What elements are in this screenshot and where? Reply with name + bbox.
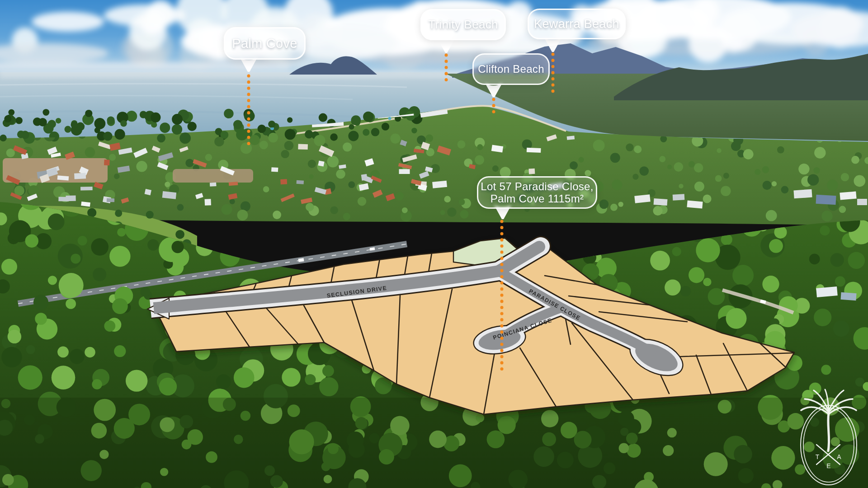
aerial-photo-scene: SECLUSION DRIVE PARADISE CLOSE POINCIANA… — [0, 0, 868, 488]
callout-kewarra-beach: Kewarra Beach — [528, 9, 626, 39]
logo-letter-a: A — [837, 453, 841, 460]
callout-trinity-beach-label: Trinity Beach — [428, 18, 498, 32]
logo-letter-t: T — [816, 453, 820, 460]
callout-clifton-beach: Clifton Beach — [472, 53, 550, 85]
callout-palm-cove: Palm Cove — [224, 27, 306, 60]
callout-clifton-beach-label: Clifton Beach — [478, 63, 544, 75]
aerial-photo: SECLUSION DRIVE PARADISE CLOSE POINCIANA… — [0, 0, 868, 488]
logo-letter-e: E — [826, 462, 830, 469]
callout-trinity-beach: Trinity Beach — [420, 9, 506, 40]
forest-vignette — [0, 398, 868, 488]
callout-kewarra-beach-label: Kewarra Beach — [534, 17, 619, 31]
callout-palm-cove-label: Palm Cove — [232, 36, 297, 51]
callout-lot-57: Lot 57 Paradise Close, Palm Cove 1115m² — [477, 176, 597, 209]
callout-lot-57-line1: Lot 57 Paradise Close, — [481, 180, 593, 192]
callout-lot-57-line2: Palm Cove 1115m² — [491, 192, 584, 205]
